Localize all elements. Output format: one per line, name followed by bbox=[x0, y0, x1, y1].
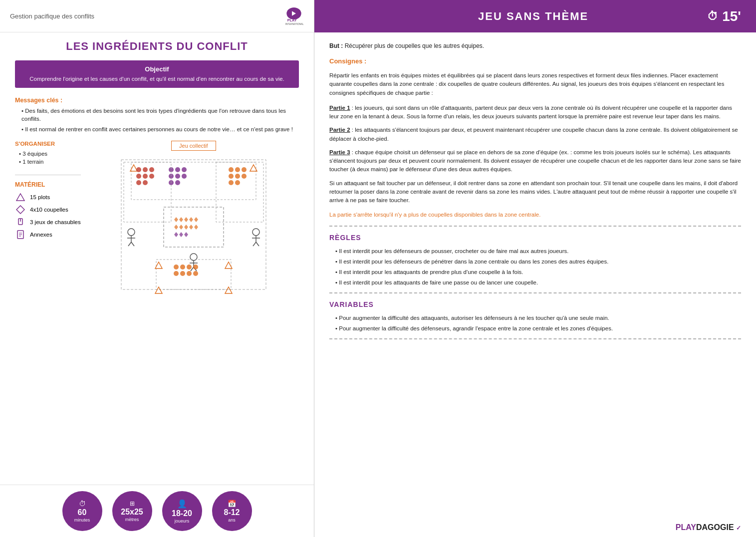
svg-rect-12 bbox=[121, 160, 266, 289]
materiel-annexes-label: Annexes bbox=[30, 232, 52, 238]
partie-1-label: Partie 1 bbox=[329, 105, 350, 111]
time-value: 15' bbox=[722, 8, 741, 24]
messages-section: Messages clés : Des faits, des émotions … bbox=[15, 97, 299, 133]
divider-1 bbox=[329, 226, 741, 227]
svg-point-76 bbox=[174, 271, 179, 276]
svg-point-21 bbox=[175, 180, 180, 185]
badge-metres-unit: mètres bbox=[125, 517, 139, 522]
svg-point-16 bbox=[182, 167, 187, 172]
but-label: But : bbox=[329, 42, 343, 49]
organiser-item-1: 3 équipes bbox=[15, 151, 81, 157]
materiel-plots-label: 15 plots bbox=[30, 194, 50, 200]
messages-title: Messages clés : bbox=[15, 97, 299, 104]
materiel-item-coupelles: 4x10 coupelles bbox=[15, 205, 81, 215]
svg-marker-53 bbox=[174, 232, 178, 237]
message-item-1: Des faits, des émotions et des besoins s… bbox=[17, 107, 299, 123]
regle-1: Il est interdit pour les défenseurs de p… bbox=[329, 247, 741, 255]
svg-point-31 bbox=[229, 180, 234, 185]
stop-line: La partie s'arrête lorsqu'il n'y a plus … bbox=[329, 211, 741, 219]
organiser-item-2: 1 terrain bbox=[15, 159, 81, 165]
playdagogie-checkmark: ✓ bbox=[736, 525, 741, 532]
svg-point-19 bbox=[182, 174, 187, 179]
badge-minutes-number: 60 bbox=[78, 509, 87, 517]
svg-point-56 bbox=[128, 229, 135, 236]
but-text: Récupérer plus de coupelles que les autr… bbox=[345, 42, 485, 49]
badge-age-unit: ans bbox=[228, 518, 236, 523]
svg-marker-48 bbox=[174, 225, 178, 230]
svg-point-36 bbox=[149, 167, 154, 172]
svg-marker-50 bbox=[184, 225, 188, 230]
badge-metres: ⊞ 25x25 mètres bbox=[112, 491, 152, 531]
svg-point-29 bbox=[235, 174, 240, 179]
play-international-logo: PLAY INTERNATIONAL bbox=[284, 6, 304, 26]
partie-3-text: : chaque équipe choisit un défenseur qui… bbox=[329, 149, 741, 173]
objective-title: Objectif bbox=[25, 65, 289, 73]
svg-rect-42 bbox=[164, 207, 224, 247]
right-header: JEU SANS THÈME ⏱ 15' bbox=[314, 0, 756, 32]
partie-2-label: Partie 2 bbox=[329, 127, 350, 133]
svg-line-59 bbox=[128, 242, 131, 246]
badge-age-number: 8-12 bbox=[224, 509, 240, 517]
materiel-chasubles-label: 3 jeux de chasubles bbox=[30, 219, 81, 225]
header-subtitle: Gestion pacifique des conflits bbox=[10, 12, 284, 20]
regle-3: Il est interdit pour les attaquants de p… bbox=[329, 268, 741, 276]
diamond-icon bbox=[15, 205, 26, 215]
svg-marker-5 bbox=[16, 206, 24, 214]
badge-age: 📅 8-12 ans bbox=[212, 491, 252, 531]
svg-point-32 bbox=[235, 180, 240, 185]
left-panel: Gestion pacifique des conflits PLAY INTE… bbox=[0, 0, 314, 537]
svg-point-38 bbox=[143, 174, 148, 179]
clock-icon: ⏱ bbox=[707, 10, 718, 23]
badge-metres-number: 25x25 bbox=[121, 508, 143, 516]
right-footer: PLAYDAGOGIE ✓ bbox=[314, 518, 756, 537]
svg-point-77 bbox=[180, 271, 185, 276]
svg-point-79 bbox=[193, 271, 198, 276]
badge-joueurs: 👤 18-20 joueurs bbox=[162, 491, 202, 531]
diagram-label: Jeu collectif bbox=[171, 141, 216, 151]
svg-point-72 bbox=[174, 265, 179, 269]
partie-1-block: Partie 1 : les joueurs, qui sont dans un… bbox=[329, 104, 741, 121]
svg-text:INTERNATIONAL: INTERNATIONAL bbox=[285, 23, 304, 25]
time-badge: ⏱ 15' bbox=[707, 8, 741, 24]
svg-marker-55 bbox=[184, 232, 188, 237]
svg-line-60 bbox=[131, 242, 134, 246]
badge-joueurs-number: 18-20 bbox=[172, 510, 192, 518]
right-header-title: JEU SANS THÈME bbox=[359, 10, 707, 23]
right-content: But : Récupérer plus de coupelles que le… bbox=[314, 32, 756, 518]
play-logo: PLAY INTERNATIONAL bbox=[284, 6, 304, 26]
document-icon bbox=[15, 230, 26, 240]
partie-2-text: : les attaquants s'élancent toujours par… bbox=[329, 127, 738, 141]
vest-icon bbox=[15, 217, 26, 227]
regles-list: Il est interdit pour les défenseurs de p… bbox=[329, 247, 741, 286]
svg-point-40 bbox=[136, 180, 141, 185]
materiel-item-plots: 15 plots bbox=[15, 192, 81, 202]
divider-3 bbox=[329, 338, 741, 339]
svg-point-41 bbox=[143, 180, 148, 185]
svg-marker-44 bbox=[179, 217, 183, 222]
but-line: But : Récupérer plus de coupelles que le… bbox=[329, 41, 741, 50]
svg-point-30 bbox=[242, 174, 247, 179]
divider-2 bbox=[329, 292, 741, 293]
right-panel: JEU SANS THÈME ⏱ 15' But : Récupérer plu… bbox=[314, 0, 756, 537]
svg-marker-54 bbox=[179, 232, 183, 237]
svg-point-18 bbox=[175, 174, 180, 179]
bottom-badges: ⏱ 60 minutes ⊞ 25x25 mètres 👤 18-20 joue… bbox=[0, 485, 314, 537]
svg-point-39 bbox=[149, 174, 154, 179]
svg-marker-45 bbox=[184, 217, 188, 222]
regle-2: Il est interdit pour les défenseurs de p… bbox=[329, 258, 741, 266]
materiel-items: 15 plots 4x10 coupelles bbox=[15, 192, 81, 240]
partie-3-block: Partie 3 : chaque équipe choisit un défe… bbox=[329, 148, 741, 174]
field-diagram bbox=[116, 155, 271, 294]
stop-text: La partie s'arrête lorsqu'il n'y a plus … bbox=[329, 212, 540, 218]
svg-line-69 bbox=[253, 242, 256, 246]
materiel-coupelles-label: 4x10 coupelles bbox=[30, 207, 68, 213]
svg-point-75 bbox=[193, 265, 198, 269]
svg-point-78 bbox=[187, 271, 192, 276]
svg-point-26 bbox=[235, 167, 240, 172]
svg-point-34 bbox=[136, 167, 141, 172]
partie-2-block: Partie 2 : les attaquants s'élancent tou… bbox=[329, 126, 741, 143]
triangle-icon bbox=[15, 192, 26, 202]
si-block: Si un attaquant se fait toucher par un d… bbox=[329, 179, 741, 205]
svg-point-25 bbox=[229, 167, 234, 172]
message-item-2: Il est normal de rentrer en conflit avec… bbox=[17, 125, 299, 133]
